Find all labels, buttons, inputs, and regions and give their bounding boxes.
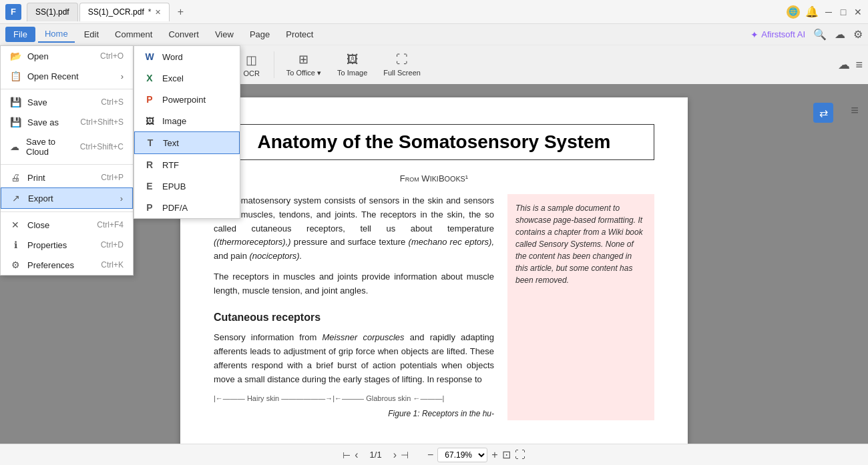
export-epub[interactable]: E EPUB: [134, 175, 240, 197]
menu-open-recent[interactable]: 📋 Open Recent ›: [1, 66, 133, 86]
settings-icon[interactable]: ⚙: [853, 28, 863, 41]
export-text[interactable]: T Text: [134, 131, 240, 154]
ai-star-icon: ✦: [750, 29, 758, 40]
export-rtf[interactable]: R RTF: [134, 154, 240, 175]
menu-open[interactable]: 📂 Open Ctrl+O: [1, 46, 133, 66]
pdf-para-1: The somatosensory system consists of sen…: [214, 194, 494, 264]
globe-icon: 🌐: [787, 5, 800, 19]
export-pdfa[interactable]: P PDF/A: [134, 197, 240, 218]
nav-edit[interactable]: Edit: [77, 27, 105, 42]
page-info: 1/1: [363, 450, 389, 460]
preferences-icon: ⚙: [10, 260, 21, 270]
add-tab-button[interactable]: +: [171, 3, 190, 21]
translate-icon[interactable]: ⇄: [813, 103, 833, 123]
last-page-btn[interactable]: ⊣: [401, 450, 409, 460]
export-epub-label: EPUB: [162, 181, 186, 191]
tab-ss1[interactable]: SS(1).pdf: [27, 3, 78, 21]
cloud-upload-icon[interactable]: ☁: [835, 28, 845, 41]
pdfa-icon: P: [144, 201, 156, 213]
menu-print-label: Print: [27, 173, 45, 183]
to-image-icon: 🖼: [347, 53, 359, 67]
page-navigation: ⊢ ‹ 1/1 › ⊣: [343, 449, 409, 461]
nav-home[interactable]: Home: [38, 26, 75, 43]
pdf-main-text: The somatosensory system consists of sen…: [214, 194, 494, 420]
menu-preferences[interactable]: ⚙ Preferences Ctrl+K: [1, 255, 133, 275]
nav-comment[interactable]: Comment: [108, 27, 159, 42]
open-recent-icon: 📋: [10, 71, 21, 81]
excel-icon: X: [144, 72, 156, 84]
pdf-figure-caption: Figure 1: Receptors in the hu-: [214, 408, 494, 420]
bell-icon[interactable]: 🔔: [805, 5, 819, 18]
maximize-btn[interactable]: □: [839, 7, 848, 17]
export-icon: ↗: [11, 193, 21, 203]
save-as-shortcut: Ctrl+Shift+S: [80, 117, 124, 127]
close-shortcut: Ctrl+F4: [97, 220, 124, 229]
zoom-out-btn[interactable]: −: [427, 449, 433, 461]
tool-to-office[interactable]: ⊞ To Office ▾: [280, 49, 328, 80]
print-shortcut: Ctrl+P: [101, 173, 124, 182]
menu-export[interactable]: ↗ Export ›: [1, 187, 133, 209]
nav-page[interactable]: Page: [243, 27, 276, 42]
prev-page-btn[interactable]: ‹: [355, 449, 358, 461]
tool-to-image[interactable]: 🖼 To Image: [331, 50, 374, 79]
menu-close-label: Close: [27, 220, 49, 230]
fit-screen-btn[interactable]: ⛶: [515, 449, 525, 461]
menu-save-as[interactable]: 💾 Save as Ctrl+Shift+S: [1, 112, 133, 132]
properties-shortcut: Ctrl+D: [101, 240, 124, 250]
properties-panel-icon[interactable]: ≡: [851, 103, 859, 118]
export-word[interactable]: W Word: [134, 46, 240, 67]
export-powerpoint-label: Powerpoint: [162, 95, 206, 105]
preferences-shortcut: Ctrl+K: [101, 260, 124, 270]
zoom-controls: − 67.19% 50% 75% 100% 125% + ⊡ ⛶: [427, 448, 525, 462]
close-btn[interactable]: ✕: [853, 7, 863, 17]
translate-symbol: ⇄: [819, 107, 828, 119]
nav-right: ✦ Afirstsoft AI 🔍 ☁ ⚙: [750, 28, 863, 41]
zoom-in-btn[interactable]: +: [491, 449, 497, 461]
ribbon-nav: File Home Edit Comment Convert View Page…: [0, 24, 868, 45]
menu-close[interactable]: ✕ Close Ctrl+F4: [1, 215, 133, 235]
menu-print[interactable]: 🖨 Print Ctrl+P: [1, 167, 133, 187]
close-menu-icon: ✕: [10, 219, 21, 230]
export-excel[interactable]: X Excel: [134, 67, 240, 89]
export-pdfa-label: PDF/A: [162, 203, 188, 213]
export-powerpoint[interactable]: P Powerpoint: [134, 89, 240, 110]
menu-properties[interactable]: ℹ Properties Ctrl+D: [1, 235, 133, 255]
tool-full-screen[interactable]: ⛶ Full Screen: [377, 50, 427, 79]
menu-save-to-cloud-label: Save to Cloud: [26, 137, 73, 157]
separator-menu-2: [1, 164, 133, 165]
pdf-content: The somatosensory system consists of sen…: [214, 194, 654, 420]
tab-close-icon[interactable]: ✕: [155, 8, 161, 17]
cloud-icon[interactable]: ☁: [838, 57, 850, 72]
export-word-label: Word: [162, 52, 183, 62]
tab-ss1-ocr[interactable]: SS(1)_OCR.pdf * ✕: [79, 3, 170, 21]
properties-icon: ℹ: [10, 240, 21, 250]
search-icon[interactable]: 🔍: [813, 28, 827, 41]
ai-badge[interactable]: ✦ Afirstsoft AI: [750, 29, 805, 40]
pdf-scale-bar: |←——— Hairy skin ——————→|←——— Glabrous s…: [214, 393, 494, 405]
panel-icon[interactable]: ≡: [855, 58, 863, 72]
nav-convert[interactable]: Convert: [162, 27, 206, 42]
separator-3: [274, 51, 274, 78]
menu-save-to-cloud[interactable]: ☁ Save to Cloud Ctrl+Shift+C: [1, 132, 133, 161]
word-icon: W: [144, 51, 156, 63]
first-page-btn[interactable]: ⊢: [343, 450, 351, 460]
pdf-para-2: The receptors in muscles and joints prov…: [214, 270, 494, 298]
tab-ss1-ocr-label: SS(1)_OCR.pdf: [88, 7, 144, 17]
menu-save-label: Save: [27, 97, 47, 107]
pdf-subtitle: From WIKIBOOKS¹: [214, 173, 654, 183]
zoom-select[interactable]: 67.19% 50% 75% 100% 125%: [437, 448, 487, 462]
open-recent-arrow: ›: [121, 71, 124, 81]
minimize-btn[interactable]: ─: [824, 7, 833, 17]
nav-protect[interactable]: Protect: [279, 27, 320, 42]
menu-save[interactable]: 💾 Save Ctrl+S: [1, 92, 133, 112]
text-export-icon: T: [144, 137, 156, 149]
export-image-label: Image: [162, 116, 186, 126]
export-image[interactable]: 🖼 Image: [134, 110, 240, 131]
next-page-btn[interactable]: ›: [393, 449, 397, 461]
nav-view[interactable]: View: [208, 27, 240, 42]
fit-page-btn[interactable]: ⊡: [502, 448, 511, 461]
separator-menu-1: [1, 89, 133, 89]
file-menu-button[interactable]: File: [5, 27, 35, 42]
title-bar: F SS(1).pdf SS(1)_OCR.pdf * ✕ + 🌐 🔔 ─ □ …: [0, 0, 868, 24]
powerpoint-icon: P: [144, 93, 156, 105]
